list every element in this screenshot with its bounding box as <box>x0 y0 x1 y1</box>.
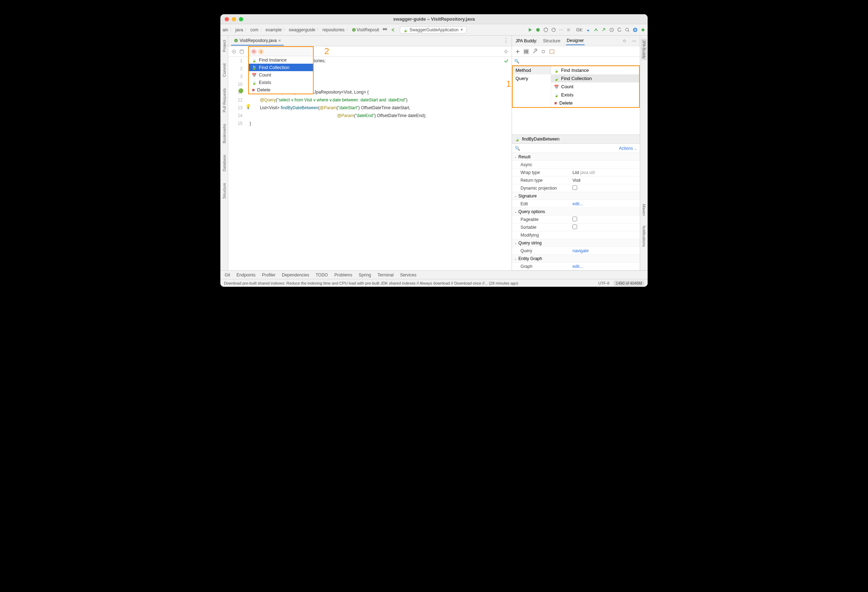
run-config-selector[interactable]: SwaggerGuideApplication ▼ <box>400 27 467 34</box>
popup-item-find-instance[interactable]: Find Instance <box>249 56 313 64</box>
prop-pageable[interactable]: Pageable <box>512 216 640 224</box>
category-method[interactable]: Method <box>513 66 551 74</box>
close-icon[interactable] <box>224 17 229 21</box>
target-icon[interactable] <box>540 49 546 54</box>
prop-modifying[interactable]: Modifying <box>512 231 640 239</box>
tool-terminal[interactable]: Terminal <box>377 272 393 277</box>
push-icon[interactable] <box>601 27 606 32</box>
stop-icon[interactable] <box>566 27 571 32</box>
detail-search-row: 🔍 Actions ⌄ <box>512 144 640 153</box>
tool-structure[interactable]: Structure <box>221 181 227 200</box>
db-icon[interactable] <box>239 49 245 54</box>
minimize-icon[interactable]: — <box>632 38 636 43</box>
run-icon[interactable] <box>528 27 533 32</box>
jpa-buddy-icon[interactable] <box>641 27 645 32</box>
tool-pull-requests[interactable]: Pull Requests <box>221 87 227 114</box>
tool-endpoints[interactable]: Endpoints <box>236 272 255 277</box>
wrench-icon[interactable] <box>532 49 537 54</box>
rollback-icon[interactable] <box>617 27 622 32</box>
status-message[interactable]: Download pre-built shared indexes: Reduc… <box>224 281 518 285</box>
target-icon[interactable] <box>231 49 237 54</box>
search-icon[interactable] <box>625 27 630 32</box>
tool-project[interactable]: Project <box>221 38 227 53</box>
sortable-checkbox[interactable] <box>573 224 577 229</box>
tool-bookmarks[interactable]: Bookmarks <box>221 122 227 145</box>
tool-notifications[interactable]: Notifications <box>641 224 647 248</box>
calendar-icon[interactable] <box>549 49 555 54</box>
dynamic-projection-checkbox[interactable] <box>573 186 577 190</box>
prop-graph[interactable]: Graphedit... <box>512 262 640 270</box>
gear-icon[interactable] <box>503 49 509 54</box>
tool-maven[interactable]: Maven <box>641 202 647 217</box>
search-icon[interactable]: 🔍 <box>515 146 520 151</box>
update-icon[interactable] <box>586 27 590 32</box>
svg-rect-18 <box>526 50 527 53</box>
memory-indicator[interactable]: 1490 of 4048M <box>614 281 644 286</box>
popup-item-find-collection[interactable]: Find Collection <box>249 64 313 71</box>
tab-structure[interactable]: Structure <box>542 37 561 45</box>
svg-rect-19 <box>527 50 528 53</box>
minimize-icon[interactable] <box>232 17 236 21</box>
jpa-search[interactable]: 🔍 <box>512 57 640 65</box>
palette-find-collection[interactable]: Find Collection <box>551 74 639 82</box>
palette-count[interactable]: Count <box>551 82 639 91</box>
history-icon[interactable] <box>609 27 614 32</box>
tool-commit[interactable]: Commit <box>221 62 227 78</box>
popup-item-delete[interactable]: Delete <box>249 86 313 94</box>
encoding[interactable]: UTF-8 <box>598 281 609 285</box>
intention-bulb-icon[interactable]: 💡 <box>245 104 251 109</box>
gutter-run-icon[interactable]: 🟢 <box>238 88 244 93</box>
undo-icon[interactable] <box>391 27 396 33</box>
property-table: ⌄Result Async Wrap typeList java.util Re… <box>512 153 640 270</box>
breadcrumb[interactable]: ain〉 java〉 com〉 example〉 swaggerguide〉 r… <box>223 27 379 33</box>
tab-visit-repository[interactable]: I VisitRepository.java × <box>231 36 284 46</box>
tool-git[interactable]: Git <box>224 272 230 277</box>
commit-icon[interactable] <box>593 27 598 32</box>
group-result[interactable]: ⌄Result <box>512 153 640 161</box>
count-icon <box>554 84 559 89</box>
close-tab-icon[interactable]: × <box>278 38 281 43</box>
actions-dropdown[interactable]: Actions ⌄ <box>619 146 637 151</box>
tool-problems[interactable]: Problems <box>334 272 353 277</box>
gear-icon[interactable] <box>622 38 627 43</box>
sync-icon[interactable] <box>633 27 638 32</box>
group-signature[interactable]: ⌄Signature <box>512 192 640 200</box>
palette-find-instance[interactable]: Find Instance <box>551 66 639 74</box>
group-entity-graph[interactable]: ⌄Entity Graph <box>512 255 640 262</box>
popup-item-exists[interactable]: Exists <box>249 79 313 86</box>
query-chip-icon[interactable]: q <box>258 49 264 54</box>
palette-exists[interactable]: Exists <box>551 91 639 99</box>
group-query-string[interactable]: ⌄Query string <box>512 239 640 247</box>
prop-wrap-type[interactable]: Wrap typeList java.util <box>512 169 640 177</box>
tool-spring[interactable]: Spring <box>359 272 371 277</box>
profile-icon[interactable] <box>551 27 556 32</box>
prop-sortable[interactable]: Sortable <box>512 224 640 231</box>
jpa-palette-items: Find Instance Find Collection Count Exis… <box>551 66 639 107</box>
popup-item-count[interactable]: Count <box>249 71 313 79</box>
tool-dependencies[interactable]: Dependencies <box>282 272 309 277</box>
prop-query[interactable]: Querynavigate <box>512 247 640 255</box>
category-query[interactable]: Query <box>513 74 551 82</box>
method-chip-icon[interactable]: m <box>251 49 257 54</box>
palette-icon[interactable] <box>523 49 529 54</box>
users-icon[interactable] <box>382 27 388 33</box>
prop-edit[interactable]: Editedit... <box>512 200 640 208</box>
inspection-ok-icon[interactable] <box>504 58 509 63</box>
tab-designer[interactable]: Designer <box>566 37 585 45</box>
palette-delete[interactable]: Delete <box>551 99 639 107</box>
prop-async[interactable]: Async <box>512 161 640 169</box>
plus-icon[interactable] <box>515 49 521 54</box>
maximize-icon[interactable] <box>239 17 243 21</box>
pageable-checkbox[interactable] <box>573 216 577 221</box>
tool-database[interactable]: Database <box>221 153 227 173</box>
prop-return-type[interactable]: Return typeVisit <box>512 177 640 184</box>
tool-todo[interactable]: TODO <box>316 272 328 277</box>
coverage-icon[interactable] <box>543 27 548 32</box>
prop-dynamic-projection[interactable]: Dynamic projection <box>512 184 640 192</box>
group-query-options[interactable]: ⌄Query options <box>512 208 640 216</box>
tool-services[interactable]: Services <box>400 272 416 277</box>
debug-icon[interactable] <box>536 27 540 32</box>
tab-more-icon[interactable]: ⋮ <box>503 37 509 44</box>
tool-profiler[interactable]: Profiler <box>262 272 276 277</box>
tool-jpa-buddy[interactable]: JPA Buddy <box>641 38 647 60</box>
